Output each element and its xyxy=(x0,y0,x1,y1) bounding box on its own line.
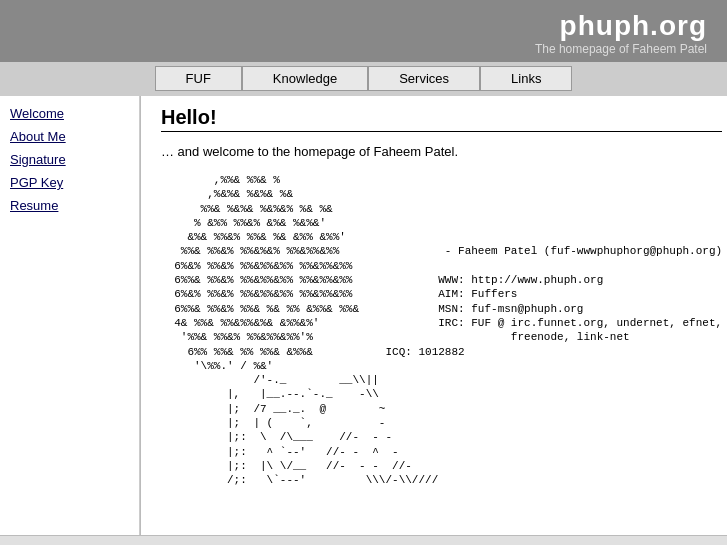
nav-knowledge[interactable]: Knowledge xyxy=(242,66,368,91)
page-title: Hello! xyxy=(161,106,722,132)
sidebar-item-about[interactable]: About Me xyxy=(10,129,129,144)
intro-text: … and welcome to the homepage of Faheem … xyxy=(161,144,722,159)
site-title: phuph.org xyxy=(20,10,707,42)
main-layout: Welcome About Me Signature PGP Key Resum… xyxy=(0,95,727,535)
sidebar-item-signature[interactable]: Signature xyxy=(10,152,129,167)
ascii-art: ,%%& %%& % ,%&%& %&%& %& %%& %&%& %&%&% … xyxy=(161,173,722,488)
sidebar-item-resume[interactable]: Resume xyxy=(10,198,129,213)
nav-services[interactable]: Services xyxy=(368,66,480,91)
nav-fuf[interactable]: FUF xyxy=(155,66,242,91)
sidebar: Welcome About Me Signature PGP Key Resum… xyxy=(0,96,140,535)
navbar: FUF Knowledge Services Links xyxy=(0,62,727,95)
content-area: Hello! … and welcome to the homepage of … xyxy=(140,96,727,535)
site-subtitle: The homepage of Faheem Patel xyxy=(20,42,707,56)
header: phuph.org The homepage of Faheem Patel xyxy=(0,0,727,62)
nav-links[interactable]: Links xyxy=(480,66,572,91)
footer: Sunday, June 12th 2011 xyxy=(0,535,727,545)
sidebar-item-pgpkey[interactable]: PGP Key xyxy=(10,175,129,190)
sidebar-item-welcome[interactable]: Welcome xyxy=(10,106,129,121)
